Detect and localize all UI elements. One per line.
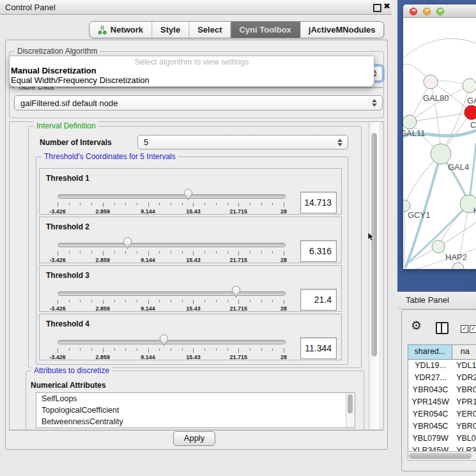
tick-mark (272, 251, 273, 254)
table-row[interactable]: YDR27...YDR2 (408, 372, 476, 384)
threshold-label: Threshold 4 (46, 319, 89, 328)
tick-mark (69, 348, 70, 351)
threshold-value-field[interactable]: 11.344 (300, 337, 337, 359)
table-row[interactable]: YER054CYER0 (408, 408, 476, 420)
network-node-gal11[interactable] (403, 115, 417, 129)
tick-mark (80, 300, 81, 302)
settings-vertical-scrollbar[interactable] (369, 122, 379, 429)
table-cell: YBR0 (452, 384, 476, 396)
tick-mark (69, 251, 70, 254)
column-header-shared[interactable]: shared... (408, 345, 452, 359)
apply-button[interactable]: Apply (173, 431, 215, 446)
table-cell: YDL1 (452, 360, 476, 372)
checkbox-icon[interactable]: ✓ (470, 325, 476, 333)
table-row[interactable]: YBL079WYBL0 (408, 433, 476, 445)
tick-mark (238, 203, 239, 207)
close-icon[interactable]: ✖ (383, 1, 390, 11)
tick-mark (159, 203, 160, 205)
table-row[interactable]: YBR043CYBR0 (408, 384, 476, 396)
network-edge (404, 206, 405, 264)
gear-icon[interactable]: ⚙ (411, 318, 422, 333)
node-attribute-table[interactable]: shared...na YDL19...YDL1YDR27...YDR2YBR0… (408, 344, 476, 452)
slider-track[interactable] (58, 340, 286, 344)
threshold-value-field[interactable]: 21.4 (300, 289, 337, 311)
dropdown-option-manual-discretization[interactable]: Manual Discretization (11, 66, 96, 75)
number-of-intervals-value: 5 (144, 137, 148, 147)
slider-track[interactable] (58, 243, 286, 247)
network-node-gal80[interactable] (424, 75, 438, 89)
network-node-gal4[interactable] (431, 144, 451, 164)
scrollbar-thumb[interactable] (409, 453, 472, 459)
tick-mark (148, 203, 149, 207)
tick-mark (137, 251, 137, 254)
table-cell: YPR1 (452, 396, 476, 408)
table-cell: YBL0 (452, 433, 476, 445)
tab-style[interactable]: Style (152, 22, 189, 38)
tick-mark (261, 348, 262, 351)
table-cell: YBR043C (408, 384, 452, 396)
table-row[interactable]: YBR045CYBR0 (408, 420, 476, 433)
tick-label: -3.426 (42, 257, 73, 263)
number-of-intervals-label: Number of Intervals (40, 138, 112, 147)
tick-label: 21.715 (222, 208, 254, 215)
tick-mark (80, 251, 81, 254)
threshold-value-field[interactable]: 14.713 (300, 192, 337, 213)
slider-thumb[interactable] (231, 286, 241, 298)
slider-thumb[interactable] (159, 334, 169, 347)
slider-track[interactable] (58, 291, 286, 296)
tick-mark (250, 348, 250, 351)
tick-mark (216, 348, 217, 351)
table-row[interactable]: YDL19...YDL1 (408, 360, 476, 372)
network-node-hap2[interactable] (432, 240, 445, 253)
tab-label: Cyni Toolbox (239, 25, 291, 35)
attribute-item-selfloops[interactable]: SelfLoops (36, 393, 355, 404)
tick-mark (284, 251, 284, 256)
threshold-rows: Threshold 1-3.4262.8599.14415.4321.71528… (39, 168, 342, 361)
slider-thumb[interactable] (183, 188, 193, 201)
minimize-traffic-light-icon[interactable] (423, 8, 431, 15)
column-layout-icon[interactable] (436, 322, 449, 334)
close-traffic-light-icon[interactable] (410, 8, 417, 15)
network-node-label: C (470, 120, 476, 130)
table-horizontal-scrollbar[interactable] (408, 451, 476, 461)
table-row[interactable]: YPR145WYPR1 (408, 396, 476, 408)
tick-label: 21.715 (222, 257, 254, 263)
network-node-label: GAL80 (423, 93, 449, 103)
network-node-ga[interactable] (463, 79, 476, 93)
slider-thumb[interactable] (123, 237, 132, 250)
number-of-intervals-spinner[interactable]: 5 (137, 135, 348, 150)
tick-mark (114, 251, 115, 254)
group-title-threshold-coordinates: Threshold's Coordinates for 5 Intervals (42, 152, 178, 161)
tick-label: 15.43 (177, 354, 209, 360)
float-window-icon[interactable] (373, 4, 381, 12)
tick-mark (272, 203, 273, 205)
column-header-na[interactable]: na (452, 345, 476, 359)
attributes-scrollbar[interactable] (346, 393, 355, 427)
mouse-cursor (367, 233, 375, 242)
slider-track[interactable] (58, 194, 286, 199)
network-node-c[interactable] (464, 105, 476, 119)
dropdown-option-equal-width-frequency[interactable]: Equal Width/Frequency Discretization (11, 75, 150, 85)
table-data-combobox[interactable]: galFiltered.sif default node (14, 95, 383, 111)
screenshot-stage: Control Panel ✖ NetworkStyleSelectCyni T… (0, 0, 476, 476)
tick-mark (238, 300, 239, 304)
tab-cyni-toolbox[interactable]: Cyni Toolbox (231, 22, 300, 38)
tick-mark (137, 203, 137, 205)
table-cell: YBR045C (408, 420, 452, 433)
threshold-value-field[interactable]: 6.316 (300, 240, 337, 262)
scrollbar-thumb[interactable] (348, 394, 353, 413)
network-window-titlebar[interactable] (403, 4, 476, 18)
numerical-attributes-list[interactable]: SelfLoopsTopologicalCoefficientBetweenne… (36, 392, 355, 428)
tick-label: 2.859 (87, 305, 119, 312)
table-cell: YBR0 (452, 420, 476, 433)
tab-network[interactable]: Network (89, 22, 152, 38)
network-canvas[interactable]: GAL80GACGAL11GAL4GCY1HHAP2 (403, 18, 476, 269)
checkbox-icon[interactable]: ✓ (461, 325, 468, 333)
attribute-item-topologicalcoefficient[interactable]: TopologicalCoefficient (36, 404, 355, 416)
scrollbar-thumb[interactable] (371, 133, 377, 357)
tick-mark (171, 203, 171, 205)
attribute-item-betweennesscentrality[interactable]: BetweennessCentrality (36, 416, 355, 427)
tab-select[interactable]: Select (189, 22, 231, 38)
zoom-traffic-light-icon[interactable] (436, 8, 444, 15)
tab-jactivemnodules[interactable]: jActiveMNodules (300, 22, 384, 38)
